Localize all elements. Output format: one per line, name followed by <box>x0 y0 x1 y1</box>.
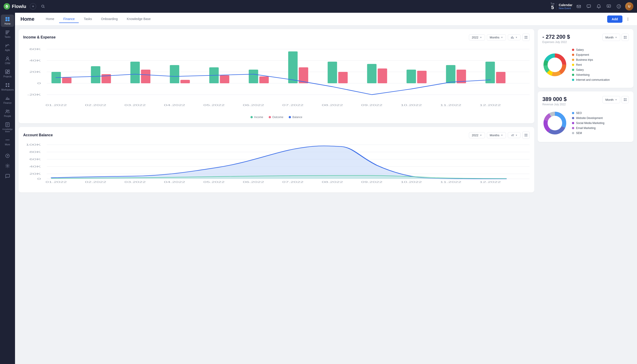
tab-finance[interactable]: Finance <box>59 15 79 23</box>
svg-rect-1 <box>577 5 580 8</box>
ab-period-selector[interactable]: Months ▼ <box>487 132 506 138</box>
sidebar-item-people-label: People <box>4 115 11 118</box>
svg-rect-19 <box>6 86 7 87</box>
bar-chart-icon <box>511 36 514 39</box>
sidebar-item-tasks[interactable]: Tasks <box>1 28 14 40</box>
page-title: Home <box>20 16 34 22</box>
calendar-sub[interactable]: New Event <box>559 7 572 10</box>
svg-rect-36 <box>526 36 527 37</box>
svg-rect-33 <box>512 36 513 39</box>
sidebar-item-knowledge[interactable]: Knowledge Base <box>1 120 14 134</box>
search-button[interactable] <box>40 3 46 10</box>
expenses-controls: Month ▼ <box>602 34 629 41</box>
ab-chart-type-selector[interactable]: ▼ <box>508 132 520 138</box>
internet-dot <box>572 79 574 81</box>
sidebar-item-agile[interactable]: Agile <box>1 41 14 53</box>
revenue-label: Revenue July 2022 <box>542 103 567 106</box>
topbar: Flowlu + Tue 5 Calendar New Event <box>0 0 637 13</box>
sidebar-item-finance[interactable]: Finance <box>1 94 14 106</box>
crm-icon <box>5 56 10 62</box>
svg-rect-66 <box>378 68 387 83</box>
sidebar-item-feedback[interactable] <box>1 171 14 180</box>
expenses-period-selector[interactable]: Month ▼ <box>602 34 620 41</box>
messages-button[interactable] <box>605 3 612 10</box>
salary-red-dot <box>572 49 574 51</box>
tab-home[interactable]: Home <box>42 15 58 23</box>
income-expense-controls: 2022 ▼ Months ▼ <box>469 34 530 41</box>
logo[interactable]: Flowlu <box>4 3 26 10</box>
agile-icon <box>5 43 10 48</box>
sidebar-item-projects-label: Projects <box>4 75 12 78</box>
workspaces-icon <box>5 82 10 88</box>
revenue-header: 389 000 $ Revenue July 2022 Month ▼ <box>542 96 629 106</box>
expenses-grid-button[interactable] <box>622 34 629 41</box>
svg-point-25 <box>7 140 8 140</box>
add-button[interactable]: Add <box>607 16 622 23</box>
notifications-button[interactable] <box>595 3 602 10</box>
seo-dot <box>572 112 574 114</box>
tab-onboarding[interactable]: Onboarding <box>97 15 122 23</box>
ab-grid-view-button[interactable] <box>522 132 530 139</box>
svg-rect-15 <box>8 72 10 74</box>
sidebar-item-projects[interactable]: Projects <box>1 67 14 80</box>
calendar-widget[interactable]: Tue 5 Calendar New Event <box>550 3 572 10</box>
expenses-donut-section: Salary Equipment Business trips Ren <box>542 46 629 83</box>
svg-text:09.2022: 09.2022 <box>361 181 383 183</box>
revenue-period-selector[interactable]: Month ▼ <box>602 96 620 103</box>
revenue-grid-button[interactable] <box>622 96 629 103</box>
chart-type-selector[interactable]: ▼ <box>508 34 520 40</box>
sidebar-item-workspaces[interactable]: Workspaces <box>1 80 14 93</box>
svg-rect-68 <box>417 71 426 83</box>
chat-icon <box>586 4 591 9</box>
vertical-dots-icon <box>626 17 630 21</box>
tab-tasks[interactable]: Tasks <box>80 15 96 23</box>
email-marketing-label: Email Marketing <box>576 126 596 130</box>
income-expense-title: Income & Expense <box>23 35 56 39</box>
sidebar-item-settings[interactable] <box>1 161 14 170</box>
svg-rect-64 <box>338 72 348 83</box>
help-button[interactable] <box>615 3 622 10</box>
explore-icon <box>5 153 10 158</box>
grid-view-button[interactable] <box>522 34 530 41</box>
web-dev-label: Website Development <box>576 116 603 120</box>
social-media-dot <box>572 122 574 124</box>
svg-rect-11 <box>6 34 8 34</box>
sem-dot <box>572 132 574 134</box>
legend-salary-red: Salary <box>572 48 610 52</box>
year-selector[interactable]: 2022 ▼ <box>469 34 485 40</box>
svg-text:100K: 100K <box>26 143 41 146</box>
svg-text:11.2022: 11.2022 <box>440 181 461 183</box>
chat-button[interactable] <box>585 3 592 10</box>
svg-rect-20 <box>8 86 9 87</box>
revenue-card: 389 000 $ Revenue July 2022 Month ▼ <box>538 92 633 142</box>
period-label: Months <box>490 36 500 39</box>
topbar-actions: Tue 5 Calendar New Event <box>550 2 633 10</box>
svg-rect-37 <box>524 38 526 39</box>
svg-rect-8 <box>8 19 10 21</box>
user-avatar[interactable]: U <box>625 2 633 10</box>
sidebar-item-people[interactable]: People <box>1 107 14 119</box>
period-selector[interactable]: Months ▼ <box>487 34 506 40</box>
add-button[interactable]: + <box>30 3 36 10</box>
ab-year-selector[interactable]: 2022 ▼ <box>469 132 485 138</box>
sem-label: SEM <box>576 132 582 135</box>
svg-rect-38 <box>526 38 527 39</box>
svg-rect-63 <box>328 62 337 83</box>
tab-bar: Home Finance Tasks Onboarding Knowledge … <box>42 15 607 23</box>
mail-button[interactable] <box>575 3 582 10</box>
chevron-down-icon: ▼ <box>615 98 617 101</box>
sidebar-item-more[interactable]: More <box>1 135 14 148</box>
svg-rect-5 <box>6 17 7 19</box>
ab-year-label: 2022 <box>472 134 478 137</box>
svg-text:12.2022: 12.2022 <box>480 181 501 183</box>
more-options-button[interactable] <box>624 16 632 23</box>
sidebar-item-home[interactable]: Home <box>1 14 14 27</box>
svg-rect-17 <box>6 83 7 85</box>
left-panel: Income & Expense 2022 ▼ Months ▼ <box>19 29 534 360</box>
sidebar-item-crm[interactable]: CRM <box>1 54 14 66</box>
svg-rect-50 <box>62 78 72 83</box>
sidebar-item-explore[interactable] <box>1 151 14 160</box>
logo-icon <box>4 3 10 10</box>
tab-knowledge-base[interactable]: Knowledge Base <box>122 15 155 23</box>
revenue-info: 389 000 $ Revenue July 2022 <box>542 96 567 106</box>
